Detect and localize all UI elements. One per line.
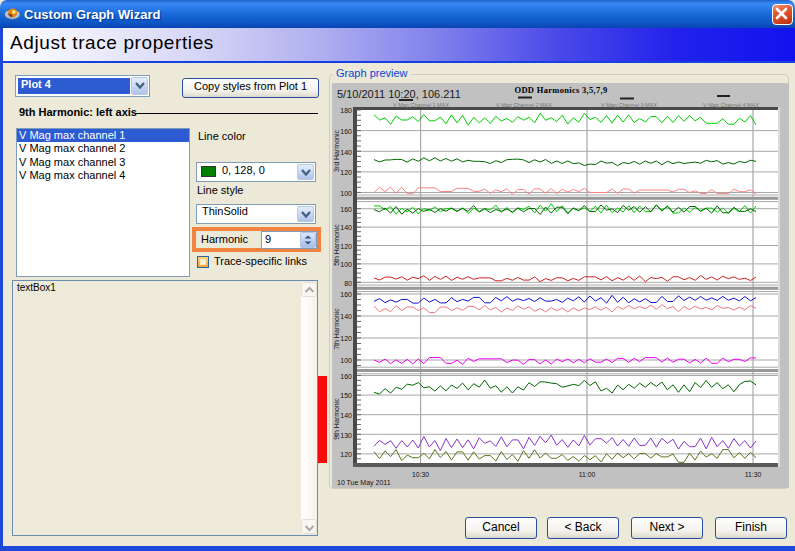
svg-text:160: 160: [340, 128, 352, 135]
svg-text:80: 80: [344, 280, 352, 287]
svg-text:5th Harmonic: 5th Harmonic: [333, 224, 340, 266]
svg-text:140: 140: [340, 313, 352, 320]
svg-text:140: 140: [340, 224, 352, 231]
svg-text:5/10/2011 10:20, 106.211: 5/10/2011 10:20, 106.211: [337, 88, 461, 100]
svg-text:V Mag Channel 2 MAX: V Mag Channel 2 MAX: [496, 102, 552, 108]
svg-text:120: 120: [340, 451, 352, 458]
svg-text:10:30: 10:30: [412, 471, 429, 478]
svg-text:V Mag Channel 1 MAX: V Mag Channel 1 MAX: [393, 102, 449, 108]
svg-text:11:00: 11:00: [579, 471, 596, 478]
svg-text:120: 120: [340, 335, 352, 342]
svg-text:100: 100: [340, 190, 352, 197]
svg-text:140: 140: [340, 412, 352, 419]
svg-text:3rd Harmonic: 3rd Harmonic: [333, 129, 340, 172]
svg-text:10 Tue May 2011: 10 Tue May 2011: [337, 479, 391, 487]
svg-text:120: 120: [340, 243, 352, 250]
svg-text:11:30: 11:30: [745, 471, 762, 478]
svg-text:ODD Harmonics 3,5,7,9: ODD Harmonics 3,5,7,9: [515, 85, 608, 95]
svg-text:130: 130: [340, 432, 352, 439]
svg-text:120: 120: [340, 169, 352, 176]
svg-text:100: 100: [340, 261, 352, 268]
svg-text:100: 100: [340, 357, 352, 364]
svg-text:140: 140: [340, 149, 352, 156]
svg-text:9th Harmonic: 9th Harmonic: [333, 398, 340, 440]
svg-text:160: 160: [340, 291, 352, 298]
svg-text:160: 160: [340, 206, 352, 213]
svg-text:150: 150: [340, 392, 352, 399]
svg-text:180: 180: [340, 107, 352, 114]
svg-text:V Mag Channel 4 MAX: V Mag Channel 4 MAX: [703, 102, 759, 108]
svg-text:7th Harmonic: 7th Harmonic: [333, 308, 340, 350]
svg-text:160: 160: [340, 373, 352, 380]
svg-text:V Mag Channel 3 MAX: V Mag Channel 3 MAX: [601, 102, 657, 108]
